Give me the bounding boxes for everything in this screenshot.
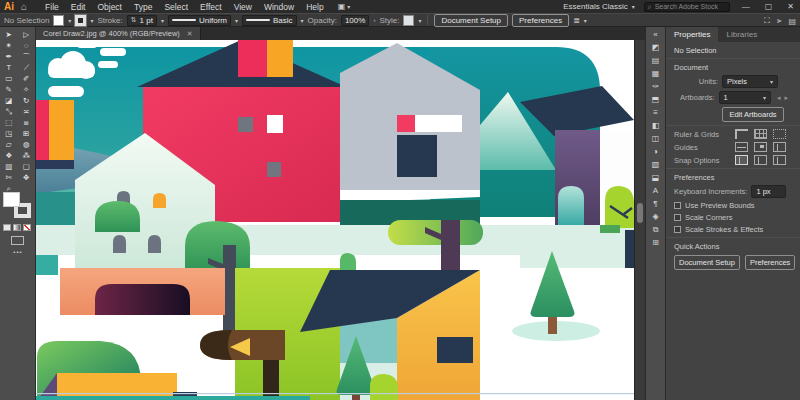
snap-point-icon[interactable]	[773, 155, 786, 165]
menu-view[interactable]: View	[228, 2, 258, 12]
keyboard-increments-input[interactable]: 1 px	[751, 185, 786, 198]
menu-effect[interactable]: Effect	[194, 2, 228, 12]
panel-flyout-icon[interactable]: ⫸	[777, 16, 782, 26]
gradient-panel-icon[interactable]: ◧	[646, 119, 666, 132]
search-input[interactable]	[655, 3, 726, 10]
units-select[interactable]: Pixels ▾	[722, 75, 778, 88]
workspace-switcher[interactable]: ▣ ▾	[338, 2, 351, 11]
brushes-panel-icon[interactable]: ✑	[646, 80, 666, 93]
chevron-down-icon[interactable]: ▾	[584, 17, 587, 24]
snap-grid-icon[interactable]	[735, 155, 748, 165]
eyedropper-tool[interactable]: ◍	[18, 139, 36, 150]
canvas[interactable]	[36, 40, 634, 400]
slice-tool[interactable]: ✄	[0, 172, 18, 183]
artwork[interactable]	[36, 40, 634, 400]
magic-wand-tool[interactable]: ✶	[0, 40, 18, 51]
libraries-panel-icon[interactable]: ⊞	[646, 236, 666, 249]
perspective-grid-tool[interactable]: ◳	[0, 128, 18, 139]
grid-icon[interactable]	[754, 129, 767, 139]
width-tool[interactable]: ≍	[18, 106, 36, 117]
gradient-tool[interactable]: ▱	[0, 139, 18, 150]
arrow-right-icon[interactable]: ▸	[784, 94, 792, 101]
menu-edit[interactable]: Edit	[65, 2, 92, 12]
color-panel-icon[interactable]: ◩	[646, 41, 666, 54]
tab-libraries[interactable]: Libraries	[718, 27, 765, 42]
edit-toolbar-icon[interactable]: •••	[0, 249, 36, 255]
chevron-down-icon[interactable]: ▾	[68, 17, 71, 24]
symbol-sprayer-tool[interactable]: ⁂	[18, 150, 36, 161]
menu-file[interactable]: File	[39, 2, 65, 12]
rectangle-tool[interactable]: ▭	[0, 73, 18, 84]
toolbar-fill-swatch[interactable]	[3, 192, 20, 207]
chevron-right-icon[interactable]: ›	[373, 17, 375, 23]
rotate-tool[interactable]: ↻	[18, 95, 36, 106]
collapse-panels-icon[interactable]: «	[646, 28, 666, 41]
character-panel-icon[interactable]: A	[646, 184, 666, 197]
quick-preferences-button[interactable]: Preferences	[745, 255, 795, 270]
curvature-tool[interactable]: ⌒	[18, 51, 36, 62]
draw-mode-icon[interactable]	[11, 236, 24, 245]
document-setup-button[interactable]: Document Setup	[434, 14, 508, 27]
selection-tool[interactable]: ➤	[0, 29, 18, 40]
tab-properties[interactable]: Properties	[666, 27, 718, 42]
direct-selection-tool[interactable]: ▷	[18, 29, 36, 40]
gradient-button[interactable]	[13, 224, 21, 231]
appearance-panel-icon[interactable]: ◑	[646, 145, 666, 158]
mesh-tool[interactable]: ⊞	[18, 128, 36, 139]
pen-tool[interactable]: ✒	[0, 51, 18, 62]
minimize-button[interactable]: —	[739, 2, 753, 11]
lock-guides-icon[interactable]	[754, 142, 767, 152]
arrange-documents-icon[interactable]: ▤	[788, 17, 796, 26]
free-transform-tool[interactable]: ⬚	[0, 117, 18, 128]
menu-select[interactable]: Select	[158, 2, 194, 12]
preferences-button[interactable]: Preferences	[512, 14, 569, 27]
home-icon[interactable]: ⌂	[21, 1, 27, 12]
rulers-icon[interactable]	[735, 129, 748, 139]
snap-pixel-icon[interactable]	[754, 155, 767, 165]
chevron-down-icon[interactable]: ▾	[235, 17, 238, 24]
color-button[interactable]	[3, 224, 11, 231]
scale-strokes-effects-checkbox[interactable]	[674, 226, 681, 233]
workspace-select[interactable]: Essentials Classic ▾	[563, 2, 634, 11]
menu-object[interactable]: Object	[91, 2, 128, 12]
menu-help[interactable]: Help	[300, 2, 329, 12]
scale-corners-checkbox[interactable]	[674, 214, 681, 221]
chevron-down-icon[interactable]: ▾	[418, 17, 421, 24]
pencil-tool[interactable]: ✎	[0, 84, 18, 95]
graphic-styles-panel-icon[interactable]: ▧	[646, 158, 666, 171]
guide-options-icon[interactable]	[773, 142, 786, 152]
chevron-down-icon[interactable]: ▾	[301, 17, 304, 24]
artboard-tool[interactable]: ▢	[18, 161, 36, 172]
scale-tool[interactable]: ⤡	[0, 106, 18, 117]
stroke-weight-stepper[interactable]: ⇅ 1 pt	[127, 15, 157, 26]
stock-search[interactable]: ⌕	[644, 2, 730, 12]
canvas-scrollbar[interactable]	[634, 40, 645, 400]
scrollbar-thumb[interactable]	[637, 203, 643, 223]
edit-artboards-button[interactable]: Edit Artboards	[722, 107, 784, 122]
use-preview-bounds-checkbox[interactable]	[674, 202, 681, 209]
style-swatch[interactable]	[403, 15, 414, 26]
document-tab[interactable]: Corel Draw2.jpg @ 400% (RGB/Preview) ✕	[36, 27, 201, 40]
opacity-value[interactable]: 100%	[341, 15, 369, 26]
asset-export-panel-icon[interactable]: ⧉	[646, 223, 666, 236]
chevron-down-icon[interactable]: ▾	[161, 17, 164, 24]
quick-document-setup-button[interactable]: Document Setup	[674, 255, 740, 270]
eraser-tool[interactable]: ◪	[0, 95, 18, 106]
paragraph-panel-icon[interactable]: ¶	[646, 197, 666, 210]
brush-definition-select[interactable]: Basic	[242, 15, 297, 26]
close-button[interactable]: ✕	[784, 2, 797, 11]
stroke-color-swatch[interactable]	[75, 15, 86, 26]
artboard-nav[interactable]: ◂▸	[777, 94, 792, 102]
screen-mode-icon[interactable]: ⛶	[764, 16, 770, 26]
stroke-panel-icon[interactable]: ≡	[646, 106, 666, 119]
lasso-tool[interactable]: ◌	[18, 40, 36, 51]
paintbrush-tool[interactable]: ✐	[18, 73, 36, 84]
transparency-panel-icon[interactable]: ◫	[646, 132, 666, 145]
swatches-panel-icon[interactable]: ▦	[646, 67, 666, 80]
show-guides-icon[interactable]	[735, 142, 748, 152]
type-tool[interactable]: T	[0, 62, 18, 73]
artboards-panel-icon[interactable]: ⬓	[646, 171, 666, 184]
maximize-button[interactable]: ▢	[762, 2, 776, 11]
color-guide-panel-icon[interactable]: ▤	[646, 54, 666, 67]
artboards-select[interactable]: 1 ▾	[719, 91, 771, 104]
